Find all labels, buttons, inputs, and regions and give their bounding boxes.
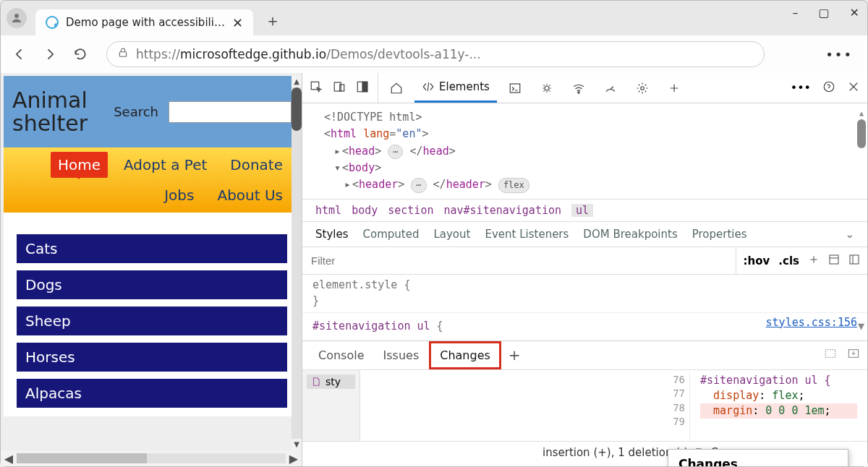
crumb-nav[interactable]: nav#sitenavigation [443, 204, 561, 217]
sources-tab-icon[interactable] [533, 73, 561, 103]
dock-icon[interactable] [356, 80, 369, 96]
computed-sidebar-icon[interactable] [828, 254, 840, 268]
svg-rect-4 [340, 85, 344, 91]
svg-rect-2 [311, 82, 319, 90]
profile-icon[interactable] [7, 8, 27, 28]
layout-subtab[interactable]: Layout [433, 228, 470, 241]
page-horizontal-scrollbar[interactable]: ◀▶ [1, 450, 302, 466]
page-vertical-scrollbar[interactable]: ▲▼ [292, 76, 302, 450]
url-text: https://microsoftedge.github.io/Demos/de… [136, 47, 481, 61]
page-title: Animal shelter [12, 89, 88, 134]
main-nav: Home Adopt a Pet Donate Jobs About Us [4, 147, 300, 213]
edge-favicon [46, 16, 59, 29]
chevron-down-icon[interactable]: ⌄ [845, 228, 854, 241]
browser-menu-button[interactable]: ••• [825, 47, 853, 62]
style-rules[interactable]: element.style { } [302, 275, 867, 312]
devtools-more-icon[interactable]: ••• [791, 81, 811, 95]
context-menu: Changes Remove from Quick View Move to t… [668, 449, 848, 466]
tab-title: Demo page with accessibility issues [66, 16, 225, 29]
line-gutter: 76 77 78 79 [661, 370, 690, 441]
performance-tab-icon[interactable] [597, 73, 624, 103]
svg-rect-1 [119, 52, 126, 57]
back-button[interactable] [9, 44, 30, 64]
page-viewport: Animal shelter Search Home Adopt a Pet D… [1, 73, 302, 466]
svg-rect-6 [362, 82, 367, 92]
drawer-changes-tab[interactable]: Changes [429, 341, 501, 369]
dombp-subtab[interactable]: DOM Breakpoints [583, 228, 677, 241]
svg-rect-7 [510, 84, 520, 93]
drawer-expand-icon[interactable] [847, 347, 860, 363]
device-toggle-icon[interactable] [333, 80, 346, 96]
list-item[interactable]: Sheep [17, 307, 287, 335]
help-icon[interactable] [822, 80, 835, 96]
crumb-body[interactable]: body [352, 204, 378, 217]
properties-subtab[interactable]: Properties [692, 228, 747, 241]
expand-icon[interactable] [848, 254, 860, 268]
svg-rect-14 [825, 350, 835, 358]
dom-breadcrumb[interactable]: html body section nav#sitenavigation ul [302, 199, 867, 222]
hov-toggle[interactable]: :hov [744, 254, 770, 267]
dom-scrollbar[interactable]: ▲ [857, 108, 866, 173]
list-item[interactable]: Cats [17, 234, 287, 263]
list-item[interactable]: Horses [17, 343, 287, 372]
listeners-subtab[interactable]: Event Listeners [485, 228, 569, 241]
browser-tab[interactable]: Demo page with accessibility issues ✕ [35, 9, 253, 35]
nav-jobs[interactable]: Jobs [157, 182, 201, 208]
maximize-button[interactable]: ▢ [818, 6, 829, 20]
dom-tree[interactable]: <!DOCTYPE html> <html lang="en"> ▸<head>… [302, 103, 867, 199]
drawer-console-tab[interactable]: Console [310, 341, 373, 369]
svg-rect-13 [850, 255, 859, 264]
search-label: Search [114, 104, 158, 119]
svg-point-11 [824, 82, 834, 92]
crumb-section[interactable]: section [388, 204, 433, 217]
svg-point-10 [641, 86, 644, 90]
new-tab-button[interactable]: ＋ [265, 10, 281, 32]
drawer-add-tab[interactable]: + [503, 346, 527, 364]
devtools-panel: Elements ••• <!DOCTYPE html> <html lang=… [302, 73, 867, 466]
crumb-ul[interactable]: ul [571, 204, 593, 217]
svg-point-9 [578, 91, 579, 93]
tab-close-icon[interactable]: ✕ [232, 15, 243, 30]
popup-title: Changes [668, 454, 848, 466]
search-input[interactable] [169, 101, 292, 123]
crumb-html[interactable]: html [315, 204, 341, 217]
minimize-button[interactable]: – [792, 6, 798, 20]
address-bar[interactable]: https://microsoftedge.github.io/Demos/de… [106, 41, 765, 67]
list-item[interactable]: Dogs [17, 270, 287, 299]
lock-icon [117, 47, 129, 61]
cls-toggle[interactable]: .cls [778, 254, 799, 267]
elements-tab[interactable]: Elements [414, 73, 497, 103]
styles-subtab[interactable]: Styles [315, 228, 349, 241]
nav-donate[interactable]: Donate [223, 152, 290, 178]
window-close-button[interactable]: ✕ [850, 6, 859, 20]
add-tab-icon[interactable] [660, 73, 688, 103]
drawer-dock-icon[interactable] [824, 347, 837, 363]
changed-file[interactable]: sty [307, 374, 355, 389]
nav-about[interactable]: About Us [210, 182, 290, 208]
svg-point-0 [14, 14, 19, 18]
network-tab-icon[interactable] [565, 73, 592, 103]
styles-filter-input[interactable] [302, 247, 736, 274]
diff-summary: insertion (+), 1 deletion (-) [542, 446, 688, 459]
refresh-button[interactable] [70, 44, 90, 64]
forward-button[interactable] [40, 44, 60, 64]
settings-tab-icon[interactable] [629, 73, 656, 103]
computed-subtab[interactable]: Computed [363, 228, 420, 241]
drawer-issues-tab[interactable]: Issues [375, 341, 428, 369]
list-item[interactable]: Alpacas [17, 379, 287, 408]
nav-home[interactable]: Home [51, 152, 108, 178]
new-rule-icon[interactable] [808, 254, 820, 268]
changes-diff[interactable]: #sitenavigation ul { display: flex; marg… [690, 370, 867, 441]
console-tab-icon[interactable] [501, 73, 529, 103]
welcome-tab[interactable] [383, 73, 410, 103]
devtools-close-icon[interactable] [847, 80, 860, 96]
svg-rect-12 [830, 255, 838, 264]
nav-adopt[interactable]: Adopt a Pet [116, 152, 214, 178]
inspect-icon[interactable] [310, 80, 323, 96]
svg-point-8 [545, 86, 549, 90]
